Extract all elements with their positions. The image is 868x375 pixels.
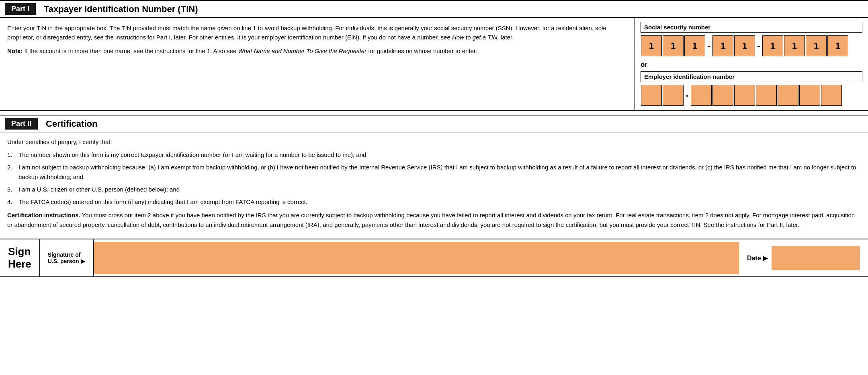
part2-title: Certification <box>46 119 97 129</box>
signature-sublabel-text: Signature ofU.S. person ▶ <box>48 251 85 264</box>
ein-digit-5[interactable] <box>734 85 755 106</box>
cert-list: 1. The number shown on this form is my c… <box>7 150 861 206</box>
ein-digit-2[interactable] <box>663 85 684 106</box>
ein-digit-7[interactable] <box>778 85 798 106</box>
w9-form: Part I Taxpayer Identification Number (T… <box>0 0 868 277</box>
date-label: Date ▶ <box>747 254 768 262</box>
part2-body: Under penalties of perjury, I certify th… <box>0 132 868 235</box>
ein-digit-1[interactable] <box>641 85 662 106</box>
part2-intro: Under penalties of perjury, I certify th… <box>7 137 861 147</box>
ein-digit-9[interactable] <box>821 85 842 106</box>
ssn-digit-1[interactable]: 1 <box>641 35 662 56</box>
ssn-digit-7[interactable]: 1 <box>784 35 805 56</box>
cert-instructions-bold: Certification instructions. <box>7 212 80 218</box>
ssn-dash-1: - <box>707 40 710 52</box>
note-bold: Note: <box>7 47 23 54</box>
ssn-digit-4[interactable]: 1 <box>712 35 733 56</box>
ein-digit-4[interactable] <box>712 85 733 106</box>
ssn-digit-2[interactable]: 1 <box>663 35 684 56</box>
cert-item-2-text: I am not subject to backup withholding b… <box>18 164 856 180</box>
part1-body: Enter your TIN in the appropriate box. T… <box>0 18 868 111</box>
part1-title: Taxpayer Identification Number (TIN) <box>44 4 198 14</box>
ssn-digit-5[interactable]: 1 <box>734 35 755 56</box>
cert-item-1-num: 1. <box>7 150 12 159</box>
part1-header: Part I Taxpayer Identification Number (T… <box>0 0 868 18</box>
cert-item-3-text: I am a U.S. citizen or other U.S. person… <box>18 186 180 193</box>
or-text: or <box>641 61 862 69</box>
ssn-label: Social security number <box>641 22 862 33</box>
sign-date-area: Date ▶ <box>739 239 868 276</box>
ssn-digit-3[interactable]: 1 <box>684 35 705 56</box>
cert-item-1-text: The number shown on this form is my corr… <box>18 151 366 158</box>
cert-item-2: 2. I am not subject to backup withholdin… <box>7 163 861 181</box>
part1-right-panel: Social security number 1 1 1 - 1 1 - 1 1… <box>635 18 868 110</box>
sign-sublabel: Signature ofU.S. person ▶ <box>40 239 94 276</box>
date-field[interactable] <box>772 246 860 270</box>
ssn-boxes: 1 1 1 - 1 1 - 1 1 1 1 <box>641 35 862 57</box>
part1-instructions: Enter your TIN in the appropriate box. T… <box>0 18 635 110</box>
sign-here-label: SignHere <box>0 239 40 276</box>
cert-instructions-text: You must cross out item 2 above if you h… <box>7 212 855 228</box>
ein-boxes: - <box>641 84 862 106</box>
cert-item-1: 1. The number shown on this form is my c… <box>7 150 861 159</box>
cert-item-4-num: 4. <box>7 197 12 206</box>
part2-label: Part II <box>5 118 38 130</box>
ssn-digit-9[interactable]: 1 <box>827 35 848 56</box>
part1-instruction1: Enter your TIN in the appropriate box. T… <box>7 23 627 42</box>
sign-section: SignHere Signature ofU.S. person ▶ Date … <box>0 239 868 277</box>
cert-instructions: Certification instructions. You must cro… <box>7 210 861 230</box>
cert-item-4-text: The FATCA code(s) entered on this form (… <box>18 198 307 205</box>
cert-item-4: 4. The FATCA code(s) entered on this for… <box>7 197 861 206</box>
ein-digit-3[interactable] <box>691 85 712 106</box>
sign-here-text: SignHere <box>8 245 31 270</box>
cert-item-3-num: 3. <box>7 185 12 194</box>
part1-label: Part I <box>5 3 36 15</box>
ssn-digit-6[interactable]: 1 <box>762 35 783 56</box>
ein-digit-8[interactable] <box>799 85 820 106</box>
ssn-dash-2: - <box>757 40 760 52</box>
ein-dash: - <box>686 90 689 101</box>
part1-instruction2: Note: If the account is in more than one… <box>7 46 627 56</box>
cert-item-2-num: 2. <box>7 163 12 172</box>
cert-item-3: 3. I am a U.S. citizen or other U.S. per… <box>7 185 861 194</box>
ssn-digit-8[interactable]: 1 <box>806 35 827 56</box>
ein-digit-6[interactable] <box>756 85 777 106</box>
signature-field[interactable] <box>94 242 739 274</box>
ein-label: Employer identification number <box>641 71 862 82</box>
part2-header: Part II Certification <box>0 115 868 132</box>
